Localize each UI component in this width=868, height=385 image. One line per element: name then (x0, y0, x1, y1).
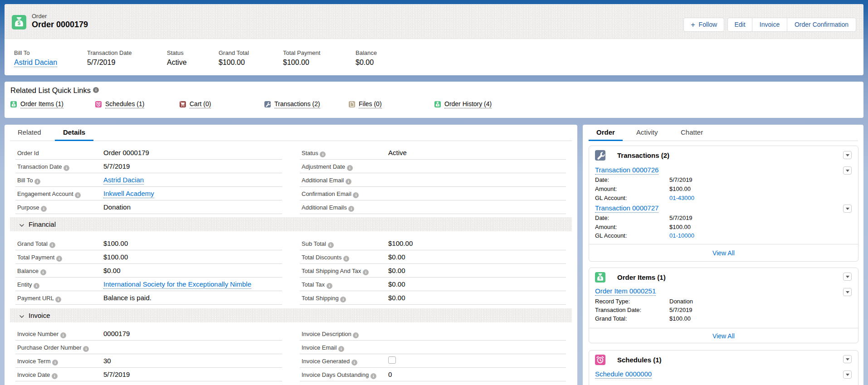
svg-text:$: $ (437, 103, 438, 106)
svg-text:$: $ (13, 103, 14, 106)
svg-text:$: $ (18, 20, 21, 26)
svg-text:$: $ (599, 276, 601, 280)
